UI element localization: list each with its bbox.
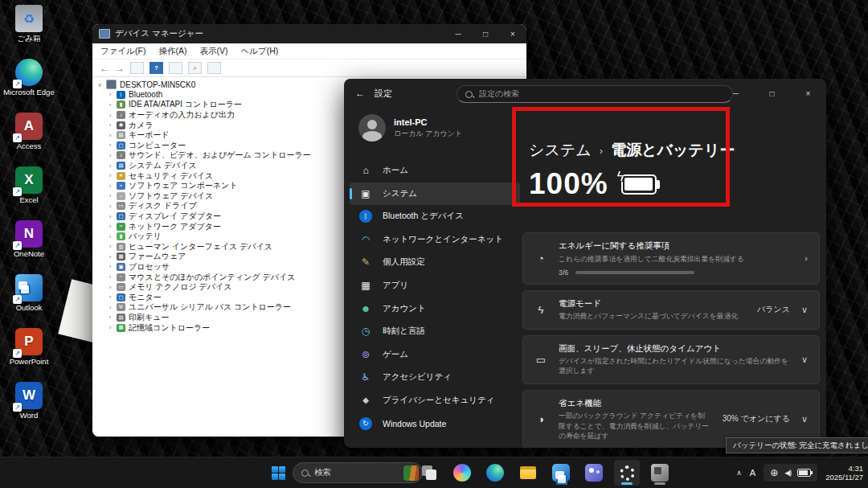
close-button[interactable]: ×: [499, 24, 526, 43]
show-console-tree-icon[interactable]: [130, 62, 144, 74]
expand-chevron-icon[interactable]: [107, 263, 113, 270]
taskbar-app-icon[interactable]: [548, 460, 574, 486]
desktop-icon[interactable]: X Excel: [3, 166, 55, 204]
settings-card[interactable]: ◔ エネルギーに関する推奨事項 これらの推奨事項を適用して二酸化炭素排出量を削減…: [522, 232, 820, 285]
expand-chevron-icon[interactable]: [107, 91, 113, 98]
settings-card[interactable]: ϟ 電源モード 電力消費とパフォーマンスに基づいてデバイスを最適化 バランス ∨: [522, 290, 820, 330]
device-manager-title: デバイス マネージャー: [115, 28, 444, 39]
settings-nav-item[interactable]: ⌂ ホーム: [350, 159, 520, 182]
tray-icon-group[interactable]: ⊕ ◀): [764, 464, 817, 482]
properties-icon[interactable]: [169, 62, 182, 74]
expand-chevron-icon[interactable]: [107, 101, 113, 109]
settings-nav-item[interactable]: ♿ アクセシビリティ: [350, 366, 520, 388]
close-button[interactable]: ×: [790, 79, 826, 108]
menu-item[interactable]: 表示(V): [193, 43, 234, 59]
expand-chevron-icon[interactable]: [107, 314, 113, 321]
chevron-icon[interactable]: ∨: [801, 355, 808, 365]
taskbar-app-icon[interactable]: [515, 460, 541, 486]
expand-chevron-icon[interactable]: [107, 152, 113, 159]
expand-chevron-icon[interactable]: [107, 233, 113, 240]
expand-chevron-icon[interactable]: [107, 121, 113, 129]
help-icon[interactable]: ?: [149, 62, 163, 74]
desktop-icon[interactable]: Microsoft Edge: [3, 59, 55, 96]
minimize-button[interactable]: ─: [444, 24, 472, 43]
back-icon[interactable]: ←: [355, 88, 365, 99]
expand-chevron-icon[interactable]: [107, 182, 113, 190]
taskbar-search[interactable]: 検索: [293, 462, 423, 483]
ime-indicator[interactable]: A: [750, 468, 755, 478]
tray-overflow-chevron-icon[interactable]: ∧: [736, 469, 742, 477]
clock[interactable]: 4:31 2025/11/27: [825, 464, 863, 482]
scan-hardware-changes-icon[interactable]: ⌕: [188, 62, 202, 74]
card-title: 電源モード: [559, 298, 746, 310]
chevron-icon[interactable]: ∨: [801, 305, 808, 315]
card-value[interactable]: 30% でオンにする: [723, 413, 790, 424]
settings-nav-item[interactable]: ☻ アカウント: [350, 297, 520, 320]
desktop-icon-tile: P: [15, 328, 43, 355]
taskbar-search-label: 検索: [314, 467, 331, 478]
desktop-icon[interactable]: A Access: [3, 113, 55, 150]
expand-chevron-icon[interactable]: [107, 253, 113, 260]
card-title: 画面、スリープ、休止状態のタイムアウト: [559, 343, 790, 355]
card-subtitle: これらの推奨事項を適用して二酸化炭素排出量を削減する: [559, 254, 793, 264]
expand-chevron-icon[interactable]: [107, 304, 113, 311]
maximize-button[interactable]: □: [472, 24, 499, 43]
expand-chevron-icon[interactable]: [107, 293, 113, 301]
expand-chevron-icon[interactable]: [107, 162, 113, 170]
expand-chevron-icon[interactable]: [107, 203, 113, 210]
settings-nav-item[interactable]: ◆ プライバシーとセキュリティ: [350, 389, 520, 412]
back-icon[interactable]: ←: [100, 64, 109, 73]
settings-nav-item[interactable]: ✎ 個人用設定: [350, 251, 520, 273]
expand-chevron-icon[interactable]: [107, 273, 113, 281]
settings-nav-item[interactable]: ◠ ネットワークとインターネット: [350, 228, 520, 251]
desktop-icon[interactable]: W Word: [3, 382, 55, 420]
nav-item-icon: ⊚: [359, 348, 372, 361]
desktop-icon[interactable]: ごみ箱: [3, 5, 55, 43]
minimize-button[interactable]: ─: [718, 79, 754, 108]
expand-chevron-icon[interactable]: [107, 132, 113, 139]
legacy-hardware-icon[interactable]: [207, 62, 221, 74]
device-manager-titlebar[interactable]: デバイス マネージャー ─ □ ×: [92, 24, 526, 43]
settings-nav-item[interactable]: ◷ 時刻と言語: [350, 320, 520, 342]
settings-titlebar[interactable]: ← 設定 設定の検索 ─ □ ×: [344, 79, 826, 108]
account-chip[interactable]: intel-PC ローカル アカウント: [358, 114, 462, 141]
settings-nav-item[interactable]: ᛒ Bluetooth とデバイス: [350, 205, 520, 228]
start-button[interactable]: [272, 466, 285, 480]
desktop-icon[interactable]: Outlook: [3, 274, 55, 312]
taskbar-app-icon[interactable]: [416, 460, 442, 486]
expand-chevron-icon[interactable]: [107, 172, 113, 179]
taskbar-app-icon[interactable]: [581, 460, 607, 486]
expand-chevron-icon[interactable]: [107, 324, 113, 331]
settings-nav-item[interactable]: ↻ Windows Update: [350, 412, 520, 435]
chevron-icon[interactable]: ›: [805, 253, 808, 263]
taskbar-app-icon[interactable]: [482, 460, 508, 486]
taskbar-app-icon[interactable]: [614, 460, 640, 486]
expand-chevron-icon[interactable]: [107, 284, 113, 291]
desktop-icon[interactable]: N OneNote: [3, 220, 55, 258]
expand-chevron-icon[interactable]: [107, 112, 113, 119]
expand-chevron-icon[interactable]: [107, 223, 113, 230]
chevron-icon[interactable]: ∨: [801, 414, 808, 424]
taskbar: 検索: [0, 457, 868, 488]
device-category-icon: ▢: [117, 293, 125, 301]
menu-item[interactable]: ファイル(F): [94, 43, 152, 59]
shortcut-arrow-icon: [13, 403, 22, 412]
menu-item[interactable]: 操作(A): [152, 43, 193, 59]
settings-nav-item[interactable]: ▦ アプリ: [350, 274, 520, 297]
menu-item[interactable]: ヘルプ(H): [234, 43, 285, 59]
expand-chevron-icon[interactable]: [107, 243, 113, 250]
desktop-icon[interactable]: P PowerPoint: [3, 328, 55, 366]
expand-chevron-icon[interactable]: [107, 141, 113, 149]
settings-nav-item[interactable]: ▣ システム: [350, 182, 520, 205]
collapse-chevron-icon[interactable]: [96, 81, 103, 88]
expand-chevron-icon[interactable]: [107, 213, 113, 220]
taskbar-app-icon[interactable]: [449, 460, 475, 486]
settings-search-input[interactable]: 設定の検索: [457, 85, 733, 103]
taskbar-app-icon[interactable]: [647, 460, 673, 486]
settings-card[interactable]: ▭ 画面、スリープ、休止状態のタイムアウト デバイスが指定された時間にわたりアイ…: [522, 335, 820, 384]
forward-icon[interactable]: →: [115, 64, 125, 73]
settings-nav-item[interactable]: ⊚ ゲーム: [350, 343, 520, 366]
expand-chevron-icon[interactable]: [107, 192, 113, 199]
maximize-button[interactable]: □: [754, 79, 790, 108]
card-value[interactable]: バランス: [757, 304, 790, 315]
